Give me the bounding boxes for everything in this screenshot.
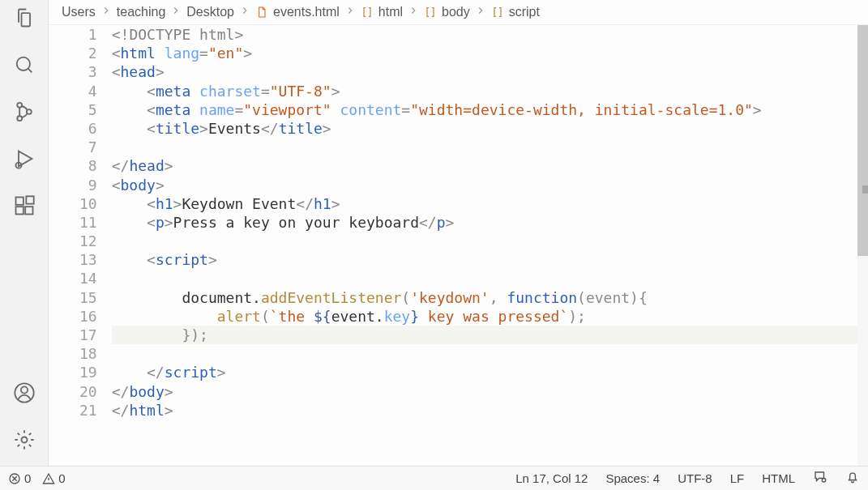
status-language[interactable]: HTML [762, 471, 795, 485]
svg-point-2 [17, 116, 22, 121]
code-line[interactable]: </script> [112, 363, 868, 381]
code-line[interactable] [112, 232, 868, 250]
line-number: 14 [79, 269, 97, 288]
code-line[interactable]: }); [112, 326, 868, 344]
activity-bar [0, 0, 49, 466]
vertical-scrollbar[interactable] [857, 25, 868, 466]
line-number-gutter: 123456789101112131415161718192021 [49, 25, 112, 466]
svg-point-3 [26, 109, 31, 114]
code-line[interactable] [112, 269, 868, 288]
line-number: 1 [79, 25, 97, 44]
scrollbar-marker [862, 185, 868, 194]
code-line[interactable] [112, 138, 868, 156]
breadcrumb-separator-icon [408, 5, 419, 19]
code-line[interactable]: alert(`the ${event.key} key was pressed`… [112, 307, 868, 326]
extensions-icon[interactable] [13, 194, 36, 220]
svg-rect-8 [26, 196, 33, 203]
svg-point-11 [21, 437, 27, 443]
code-line[interactable]: <title>Events</title> [112, 119, 868, 138]
line-number: 7 [79, 138, 97, 156]
breadcrumbs[interactable]: UsersteachingDesktopevents.htmlhtmlbodys… [49, 0, 868, 25]
breadcrumb-separator-icon [475, 5, 486, 19]
status-encoding[interactable]: UTF-8 [678, 471, 712, 485]
account-icon[interactable] [13, 381, 36, 407]
status-bell-icon[interactable] [845, 470, 860, 487]
line-number: 5 [79, 100, 97, 119]
code-line[interactable]: <head> [112, 62, 868, 81]
svg-point-13 [822, 479, 826, 483]
status-indentation[interactable]: Spaces: 4 [605, 471, 660, 485]
scrollbar-thumb[interactable] [857, 25, 868, 256]
line-number: 15 [79, 288, 97, 307]
status-warnings[interactable]: 0 [42, 471, 65, 485]
status-errors[interactable]: 0 [8, 471, 31, 485]
code-line[interactable]: <html lang="en"> [112, 44, 868, 62]
status-bar: 0 0 Ln 17, Col 12 Spaces: 4 UTF-8 LF HTM… [0, 466, 868, 490]
svg-rect-5 [15, 198, 23, 205]
code-line[interactable] [112, 344, 868, 363]
settings-gear-icon[interactable] [13, 428, 36, 454]
breadcrumb-segment[interactable]: teaching [117, 5, 166, 19]
line-number: 13 [79, 250, 97, 269]
explorer-icon[interactable] [13, 6, 36, 32]
breadcrumb-segment[interactable]: Desktop [186, 5, 234, 19]
line-number: 12 [79, 232, 97, 250]
breadcrumb-segment[interactable]: body [442, 5, 470, 19]
code-line[interactable]: <body> [112, 176, 868, 194]
code-line[interactable]: </head> [112, 156, 868, 175]
svg-point-0 [16, 58, 29, 70]
svg-point-10 [20, 386, 27, 393]
code-line[interactable]: <h1>Keydown Event</h1> [112, 194, 868, 213]
code-line[interactable]: </html> [112, 401, 868, 420]
line-number: 11 [79, 213, 97, 232]
code-line[interactable]: </body> [112, 382, 868, 401]
search-icon[interactable] [13, 53, 36, 79]
brackets-icon [424, 6, 437, 19]
breadcrumb-separator-icon [239, 5, 250, 19]
line-number: 20 [79, 382, 97, 401]
line-number: 10 [79, 194, 97, 213]
svg-point-1 [17, 103, 22, 108]
brackets-icon [491, 6, 504, 19]
line-number: 4 [79, 82, 97, 100]
debug-icon[interactable] [13, 147, 36, 173]
source-control-icon[interactable] [13, 100, 36, 126]
code-content[interactable]: <!DOCTYPE html><html lang="en"><head> <m… [112, 25, 868, 466]
line-number: 3 [79, 62, 97, 81]
code-line[interactable]: <meta charset="UTF-8"> [112, 82, 868, 100]
status-cursor-position[interactable]: Ln 17, Col 12 [515, 471, 588, 485]
line-number: 18 [79, 344, 97, 363]
error-count: 0 [24, 471, 31, 485]
file-icon [255, 6, 268, 19]
breadcrumb-separator-icon [170, 5, 182, 19]
svg-rect-6 [15, 207, 23, 214]
status-feedback-icon[interactable] [813, 470, 827, 487]
line-number: 9 [79, 176, 97, 194]
line-number: 21 [79, 401, 97, 420]
status-eol[interactable]: LF [730, 471, 745, 485]
code-line[interactable]: <script> [112, 250, 868, 269]
breadcrumb-segment[interactable]: Users [62, 5, 96, 19]
warning-count: 0 [58, 471, 65, 485]
code-line[interactable]: document.addEventListener('keydown', fun… [112, 288, 868, 307]
breadcrumb-segment[interactable]: events.html [273, 5, 340, 19]
breadcrumb-segment[interactable]: script [509, 5, 540, 19]
code-line[interactable]: <p>Press a key on your keyboard</p> [112, 213, 868, 232]
line-number: 17 [79, 326, 97, 344]
breadcrumb-separator-icon [344, 5, 356, 19]
line-number: 6 [79, 119, 97, 138]
line-number: 2 [79, 44, 97, 62]
line-number: 8 [79, 156, 97, 175]
breadcrumb-separator-icon [100, 5, 112, 19]
breadcrumb-segment[interactable]: html [378, 5, 403, 19]
line-number: 16 [79, 307, 97, 326]
brackets-icon [361, 6, 374, 19]
code-line[interactable]: <!DOCTYPE html> [112, 25, 868, 44]
svg-rect-7 [25, 207, 32, 214]
code-line[interactable]: <meta name="viewport" content="width=dev… [112, 100, 868, 119]
line-number: 19 [79, 363, 97, 381]
code-editor[interactable]: 123456789101112131415161718192021 <!DOCT… [49, 25, 868, 466]
